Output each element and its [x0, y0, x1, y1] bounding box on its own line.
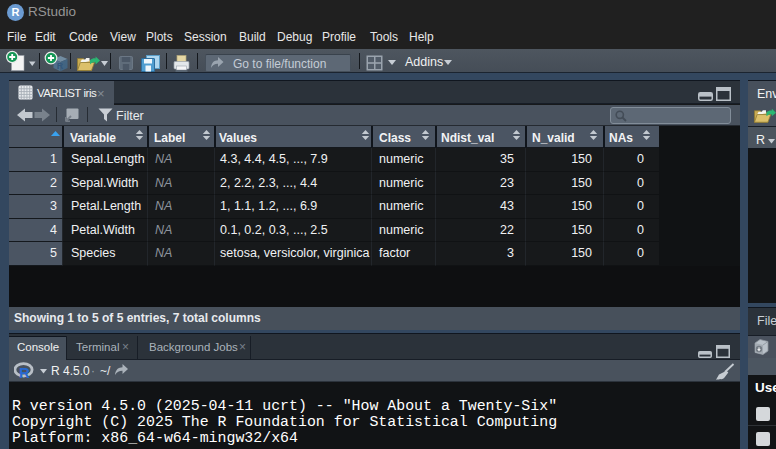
- svg-text:R: R: [57, 61, 64, 71]
- svg-text:R: R: [19, 364, 30, 379]
